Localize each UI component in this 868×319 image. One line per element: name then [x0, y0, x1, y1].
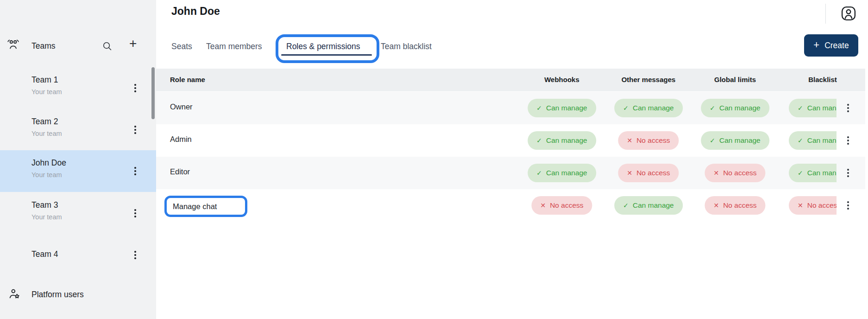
- badge-label: Can manage: [719, 104, 761, 112]
- tab-team-blacklist[interactable]: Team blacklist: [381, 42, 432, 51]
- badge-label: Can manage: [807, 169, 837, 177]
- active-tab-underline: [281, 54, 372, 56]
- permission-badge[interactable]: ✕No access: [704, 164, 765, 182]
- team-name: Team 4: [31, 249, 58, 259]
- team-menu-icon[interactable]: [131, 165, 139, 177]
- role-name-input[interactable]: Manage chat: [164, 196, 247, 217]
- cross-icon: ✕: [627, 137, 632, 144]
- permission-badge[interactable]: ✕No access: [531, 196, 592, 215]
- tab-seats[interactable]: Seats: [171, 42, 192, 51]
- row-menu-icon[interactable]: [844, 134, 852, 147]
- permission-badge[interactable]: ✓Can manage: [614, 99, 683, 117]
- app-window: Teams + Team 1 Your team Team 2 Your tea…: [0, 0, 868, 319]
- team-menu-icon[interactable]: [131, 207, 139, 219]
- team-menu-icon[interactable]: [131, 249, 139, 261]
- permission-badge[interactable]: ✓Can manage: [528, 99, 596, 117]
- badge-label: No access: [550, 201, 583, 210]
- badge-label: Can manage: [807, 136, 837, 145]
- check-icon: ✓: [536, 137, 542, 144]
- table-row-admin: Admin ✓Can manage ✕No access ✓Can manage…: [156, 124, 865, 157]
- permission-badge[interactable]: ✓Can manage: [528, 131, 596, 150]
- column-role-name: Role name: [170, 76, 205, 83]
- badge-label: No access: [807, 201, 837, 210]
- badge-label: Can manage: [633, 201, 674, 210]
- create-button[interactable]: + Create: [804, 34, 858, 57]
- role-name: Owner: [170, 102, 193, 111]
- account-icon[interactable]: [841, 6, 856, 23]
- badge-label: Can manage: [633, 104, 674, 112]
- sidebar-item-platform-users[interactable]: Platform users: [0, 281, 156, 309]
- sidebar-item-team-2[interactable]: Team 2 Your team: [0, 109, 156, 151]
- permission-badge[interactable]: ✓Can manage: [614, 196, 683, 215]
- team-name: Team 1: [31, 75, 58, 85]
- badge-label: Can manage: [807, 104, 837, 112]
- role-name: Editor: [170, 167, 190, 176]
- badge-label: No access: [636, 169, 670, 177]
- cross-icon: ✕: [798, 202, 803, 209]
- check-icon: ✓: [536, 169, 542, 177]
- cross-icon: ✕: [627, 169, 632, 177]
- sidebar-title: Teams: [31, 41, 56, 51]
- cross-icon: ✕: [713, 202, 719, 209]
- row-menu-icon[interactable]: [844, 199, 852, 211]
- permission-badge[interactable]: ✕No access: [618, 164, 679, 182]
- tab-team-members[interactable]: Team members: [206, 42, 262, 51]
- tab-roles-permissions[interactable]: Roles & permissions: [286, 42, 360, 51]
- page-title: John Doe: [171, 5, 220, 18]
- sidebar-item-john-doe[interactable]: John Doe Your team: [0, 150, 156, 192]
- check-icon: ✓: [536, 104, 542, 112]
- team-subtitle: Your team: [31, 88, 62, 96]
- sidebar-item-team-3[interactable]: Team 3 Your team: [0, 192, 156, 234]
- plus-icon: +: [813, 40, 819, 50]
- permission-badge[interactable]: ✓Can manage: [789, 164, 837, 182]
- platform-users-label: Platform users: [31, 290, 84, 300]
- platform-users-icon: [8, 287, 21, 302]
- team-menu-icon[interactable]: [131, 124, 139, 136]
- team-menu-icon[interactable]: [131, 82, 139, 94]
- table-row-manage-chat: ✕No access ✓Can manage ✕No access ✕No ac…: [156, 189, 865, 222]
- permission-badge[interactable]: ✓Can manage: [789, 131, 837, 150]
- badge-label: Can manage: [719, 136, 761, 145]
- badge-label: Can manage: [546, 169, 587, 177]
- check-icon: ✓: [623, 104, 629, 112]
- topbar-divider: [825, 4, 826, 24]
- add-team-button[interactable]: +: [129, 37, 137, 50]
- permission-badge[interactable]: ✓Can manage: [701, 99, 769, 117]
- check-icon: ✓: [798, 137, 803, 144]
- permission-badge[interactable]: ✕No access: [789, 196, 837, 215]
- permission-badge[interactable]: ✓Can manage: [789, 99, 837, 117]
- sidebar-item-team-4[interactable]: Team 4: [0, 234, 156, 276]
- role-name: Admin: [170, 135, 192, 144]
- team-name: John Doe: [31, 158, 66, 168]
- team-name: Team 3: [31, 200, 58, 210]
- sidebar-item-team-1[interactable]: Team 1 Your team: [0, 67, 156, 109]
- check-icon: ✓: [710, 104, 715, 112]
- table-row-owner: Owner ✓Can manage ✓Can manage ✓Can manag…: [156, 92, 865, 124]
- badge-label: No access: [723, 169, 756, 177]
- permission-badge[interactable]: ✓Can manage: [528, 164, 596, 182]
- row-menu-icon[interactable]: [844, 167, 852, 179]
- row-menu-icon[interactable]: [844, 102, 852, 114]
- teams-group-icon: [7, 38, 19, 53]
- team-subtitle: Your team: [31, 171, 62, 179]
- permission-badge[interactable]: ✓Can manage: [701, 131, 769, 150]
- column-other-messages: Other messages: [622, 76, 676, 83]
- cross-icon: ✕: [713, 169, 719, 177]
- check-icon: ✓: [798, 169, 803, 177]
- cross-icon: ✕: [540, 202, 546, 209]
- team-subtitle: Your team: [31, 213, 62, 221]
- permission-badge[interactable]: ✕No access: [704, 196, 765, 215]
- check-icon: ✓: [710, 137, 715, 144]
- team-subtitle: Your team: [31, 130, 62, 137]
- check-icon: ✓: [798, 104, 803, 112]
- create-button-label: Create: [824, 41, 849, 51]
- search-icon[interactable]: [102, 41, 113, 53]
- permission-badge[interactable]: ✕No access: [618, 131, 679, 150]
- badge-label: Can manage: [546, 104, 587, 112]
- column-webhooks: Webhooks: [544, 76, 579, 83]
- sidebar: Teams + Team 1 Your team Team 2 Your tea…: [0, 0, 156, 319]
- column-blacklist: Blacklist: [808, 76, 837, 83]
- table-header: Role name Webhooks Other messages Global…: [156, 69, 865, 91]
- badge-label: No access: [723, 201, 756, 210]
- sidebar-scrollbar[interactable]: [151, 67, 155, 119]
